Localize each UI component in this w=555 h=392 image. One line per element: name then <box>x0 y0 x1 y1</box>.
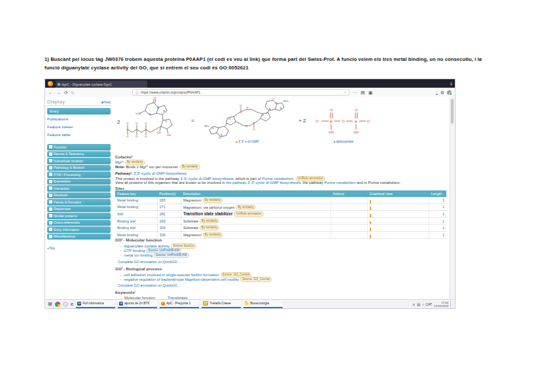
evidence-badge[interactable]: By similarity <box>180 164 200 169</box>
checkbox-icon[interactable]: ✓ <box>49 221 52 224</box>
col-graphical-view[interactable]: Graphical view <box>368 190 429 197</box>
clock[interactable]: 17:04 21/10/2019 <box>434 301 448 308</box>
page-scrollbar[interactable] <box>450 97 455 299</box>
taskbar-app-folder[interactable]: Biotecnologia <box>243 300 283 308</box>
taskbar-app-explorer[interactable]: Treballs Classe <box>202 300 241 308</box>
reload-icon[interactable]: ⟳ <box>64 90 68 95</box>
network-icon[interactable]: ▤ <box>417 302 420 306</box>
url-bar[interactable]: ⓘ https://www.uniprot.org/uniprot/P0AAP1… <box>132 89 349 96</box>
pathway-link[interactable]: the pathway 3',5'-cyclic di-GMP biosynth… <box>226 181 300 185</box>
extensions-icon[interactable]: ⚙ <box>440 90 444 95</box>
position-link[interactable]: 265 <box>160 198 166 202</box>
home-icon[interactable]: ⌂ <box>71 90 74 95</box>
account-icon[interactable] <box>447 90 452 95</box>
sidebar-item-subcellular-location[interactable]: ✓Subcellular location <box>47 158 111 164</box>
sidebar-item-pathology-biotech[interactable]: ✓Pathology & Biotech <box>47 165 111 171</box>
library-icon[interactable]: ▤ <box>361 90 365 95</box>
sidebar-item-ptm-processing[interactable]: ✓PTM / Processing <box>47 171 111 178</box>
col-description[interactable]: Description <box>181 190 331 197</box>
scrollbar-thumb[interactable] <box>451 99 454 124</box>
sidebar-item-cross-references[interactable]: ✓Cross-references <box>47 220 111 226</box>
forward-icon[interactable]: → <box>56 90 61 95</box>
evidence-badge[interactable]: Source: GO_Central <box>240 277 272 282</box>
sidebar-view-publications[interactable]: Publications <box>47 115 111 122</box>
checkbox-icon[interactable]: ✓ <box>49 145 52 149</box>
col-actions[interactable]: Actions <box>331 190 367 197</box>
evidence-badge[interactable]: By similarity <box>200 219 220 224</box>
col-feature-key[interactable]: Feature key <box>115 190 157 197</box>
checkbox-icon[interactable]: ✓ <box>49 159 52 162</box>
go-term-link[interactable]: negative regulation of bacterial-type fl… <box>124 277 239 281</box>
checkbox-icon[interactable]: ✓ <box>49 173 52 176</box>
taskbar-app-word-2[interactable]: W apunts de 2n BTX <box>118 300 157 308</box>
checkbox-icon[interactable]: ✓ <box>49 180 52 183</box>
evidence-badge[interactable]: UniRule annotation <box>234 211 263 217</box>
checkbox-icon[interactable]: ✓ <box>49 207 52 211</box>
sidebar-item-structure[interactable]: ✓Structure <box>47 192 111 199</box>
position-link[interactable]: 271 <box>160 205 166 209</box>
checkbox-icon[interactable]: ✓ <box>49 214 52 217</box>
sidebar-item-interaction[interactable]: ✓Interaction <box>47 185 111 192</box>
checkbox-icon[interactable]: ✓ <box>49 235 52 238</box>
back-icon[interactable]: ← <box>48 90 53 95</box>
browser-tab[interactable]: dgcC - Diguanylate cyclase DgcC <box>56 80 147 88</box>
sidebar-item-expression[interactable]: ✓Expression <box>47 179 111 185</box>
downloads-icon[interactable]: ↓ <box>436 90 438 95</box>
taskbar-app-firefox[interactable]: ApC - Pregunta 1 <box>160 300 199 308</box>
keywords-heading: Keywordsⁱ <box>115 290 135 294</box>
sidebar-view-entry[interactable]: Entry <box>47 108 111 115</box>
go-mf-heading: GOⁱ - Molecular function <box>115 238 162 242</box>
position-link[interactable]: 330 <box>160 233 166 237</box>
evidence-badge[interactable]: By similarity <box>236 205 256 210</box>
go-term-link[interactable]: metal ion binding <box>124 253 152 257</box>
url-text[interactable]: https://www.uniprot.org/uniprot/P0AAP1 <box>141 90 342 94</box>
checkbox-icon[interactable]: ✓ <box>49 187 52 190</box>
checkbox-icon[interactable]: ✓ <box>49 194 52 197</box>
back-to-top-link[interactable]: «Top <box>47 246 55 250</box>
overflow-menu-icon[interactable]: ⋯ <box>353 90 357 95</box>
evidence-badge[interactable]: By similarity <box>203 232 223 238</box>
sidebar-item-function[interactable]: ✓Function <box>47 144 111 151</box>
sidebar-item-names-taxonomy[interactable]: ✓Names & Taxonomy <box>47 151 111 158</box>
checkbox-icon[interactable]: ✓ <box>49 228 52 231</box>
quickgo-link[interactable]: Complete GO annotation on QuickGO... <box>118 260 180 264</box>
sidebar-item-miscellaneous[interactable]: ✓Miscellaneous <box>47 234 111 240</box>
evidence-badge[interactable]: By similarity <box>203 198 223 203</box>
checkbox-icon[interactable]: ✓ <box>49 152 52 156</box>
sidebar-item-family-domains[interactable]: ✓Family & Domains <box>47 199 111 205</box>
volume-icon[interactable]: ♪ <box>422 302 424 306</box>
col-length[interactable]: Length <box>429 190 446 197</box>
evidence-badge[interactable]: By similarity <box>200 225 220 230</box>
folder-icon <box>245 302 249 305</box>
position-link[interactable]: 293 <box>160 219 166 223</box>
sidebar-item-similar-proteins[interactable]: ✓Similar proteins <box>47 213 111 219</box>
start-button-icon[interactable]: ⊞ <box>48 302 52 307</box>
position-link[interactable]: 282 <box>160 212 166 216</box>
chrome-icon[interactable] <box>55 302 60 307</box>
quickgo-link[interactable]: Complete GO annotation on QuickGO... <box>118 283 180 287</box>
edge-icon[interactable]: e <box>71 302 73 307</box>
sidebar-item-sequences[interactable]: ✓Sequences <box>47 206 111 213</box>
sidebar-view-feature-viewer[interactable]: Feature viewer <box>47 122 111 130</box>
svg-text:P: P <box>135 128 137 132</box>
position-link[interactable]: 304 <box>160 226 166 230</box>
taskbar-app-word-1[interactable]: W Full informatica <box>76 300 115 308</box>
pathway-label: Pathwayⁱ: <box>115 171 133 175</box>
page-content: Display Help Entry Publications Feature … <box>45 97 455 299</box>
col-positions[interactable]: Position(s) <box>157 190 181 197</box>
evidence-badge[interactable]: Source: UniProtKB-KW <box>154 253 188 258</box>
sidebar-toggle-icon[interactable]: ▣ <box>368 90 373 95</box>
site-info-icon[interactable]: ⓘ <box>135 90 139 94</box>
sidebar-item-entry-information[interactable]: ✓Entry information <box>47 226 111 233</box>
bookmark-star-icon[interactable]: ☆ <box>344 90 346 94</box>
cortana-icon[interactable] <box>63 302 68 307</box>
checkbox-icon[interactable]: ✓ <box>49 166 52 169</box>
checkbox-icon[interactable]: ✓ <box>49 200 52 204</box>
show-desktop-button[interactable] <box>450 300 452 308</box>
pathway-link[interactable]: 3',5'-cyclic di-GMP biosynthesis <box>134 171 187 175</box>
language-indicator[interactable]: CAT <box>425 302 432 306</box>
pathway-link[interactable]: Purine metabolism <box>324 181 355 185</box>
help-link[interactable]: Help <box>101 100 111 104</box>
sidebar-view-feature-table[interactable]: Feature table <box>47 130 111 138</box>
tray-chevron-icon[interactable]: ∧ <box>412 302 415 306</box>
